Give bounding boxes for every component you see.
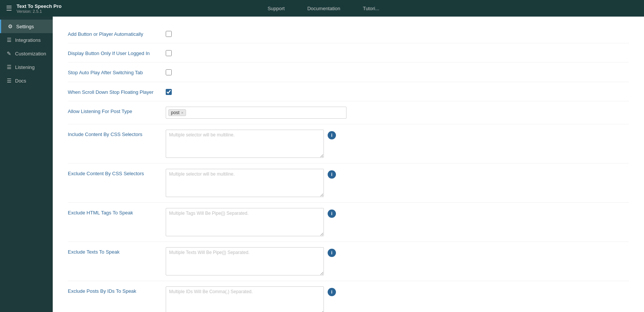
info-exclude-content-css[interactable]: i — [328, 170, 336, 179]
form-row-exclude-texts: Exclude Texts To Speak i — [68, 242, 629, 281]
sidebar-item-listening-label: Listening — [15, 64, 35, 70]
form-row-allow-listening-post-type: Allow Listening For Post Type post × — [68, 101, 629, 124]
textarea-include-content-css[interactable] — [166, 130, 324, 158]
control-display-button-logged-in — [166, 49, 629, 56]
app-version: Version: 2.5.1 — [17, 9, 61, 14]
control-stop-auto-play — [166, 68, 629, 75]
main-content: Add Button or Player Automatically Displ… — [53, 17, 644, 312]
form-row-include-content-css: Include Content By CSS Selectors i — [68, 124, 629, 164]
form-row-exclude-content-css: Exclude Content By CSS Selectors i — [68, 164, 629, 203]
label-scroll-down-stop-floating: When Scroll Down Stop Floating Player — [68, 87, 166, 96]
info-exclude-texts[interactable]: i — [328, 249, 336, 257]
info-exclude-posts-ids[interactable]: i — [328, 288, 336, 296]
app-branding: ☰ Text To Speech Pro Version: 2.5.1 — [6, 3, 61, 14]
label-include-content-css: Include Content By CSS Selectors — [68, 130, 166, 138]
sidebar-item-customization[interactable]: ✎ Customization — [0, 47, 53, 60]
form-row-exclude-html-tags: Exclude HTML Tags To Speak i — [68, 203, 629, 242]
top-nav-links: Support Documentation Tutori... — [61, 6, 585, 11]
control-allow-listening-post-type: post × — [166, 107, 629, 119]
sidebar-item-settings-label: Settings — [16, 24, 34, 29]
label-exclude-posts-ids: Exclude Posts By IDs To Speak — [68, 286, 166, 295]
settings-icon: ⚙ — [7, 23, 13, 29]
docs-icon: ☰ — [6, 78, 12, 84]
app-title: Text To Speech Pro — [17, 3, 61, 9]
sidebar-item-settings[interactable]: ⚙ Settings — [0, 20, 53, 33]
control-include-content-css: i — [166, 130, 629, 158]
sidebar-item-integrations[interactable]: ☰ Integrations — [0, 33, 53, 47]
sidebar-item-docs-label: Docs — [15, 78, 26, 84]
textarea-exclude-content-css[interactable] — [166, 169, 324, 197]
checkbox-stop-auto-play[interactable] — [166, 69, 172, 75]
label-add-button-player: Add Button or Player Automatically — [68, 29, 166, 38]
checkbox-scroll-down-stop-floating[interactable] — [166, 89, 172, 95]
sidebar-item-integrations-label: Integrations — [15, 37, 41, 43]
checkbox-display-button-logged-in[interactable] — [166, 50, 172, 56]
info-exclude-html-tags[interactable]: i — [328, 210, 336, 218]
control-exclude-texts: i — [166, 247, 629, 275]
label-display-button-logged-in: Display Button Only If User Logged In — [68, 49, 166, 57]
textarea-exclude-posts-ids[interactable] — [166, 286, 324, 312]
documentation-link[interactable]: Documentation — [307, 6, 340, 11]
checkbox-add-button-player[interactable] — [166, 31, 172, 37]
label-exclude-html-tags: Exclude HTML Tags To Speak — [68, 208, 166, 216]
sidebar-item-listening[interactable]: ☰ Listening — [0, 60, 53, 74]
label-exclude-content-css: Exclude Content By CSS Selectors — [68, 169, 166, 177]
form-row-exclude-posts-ids: Exclude Posts By IDs To Speak i — [68, 281, 629, 312]
integrations-icon: ☰ — [6, 37, 12, 43]
form-row-add-button-player: Add Button or Player Automatically — [68, 24, 629, 43]
tag-input-post-type[interactable]: post × — [166, 107, 346, 119]
tag-post-remove[interactable]: × — [181, 110, 183, 115]
sidebar-item-docs[interactable]: ☰ Docs — [0, 74, 53, 87]
textarea-exclude-html-tags[interactable] — [166, 208, 324, 236]
sidebar: ⚙ Settings ☰ Integrations ✎ Customizatio… — [0, 17, 53, 312]
sidebar-item-customization-label: Customization — [15, 51, 46, 57]
textarea-exclude-texts[interactable] — [166, 247, 324, 275]
info-include-content-css[interactable]: i — [328, 131, 336, 139]
label-allow-listening-post-type: Allow Listening For Post Type — [68, 107, 166, 115]
label-exclude-texts: Exclude Texts To Speak — [68, 247, 166, 255]
control-scroll-down-stop-floating — [166, 87, 629, 95]
label-stop-auto-play: Stop Auto Play After Switching Tab — [68, 68, 166, 76]
form-row-display-button-logged-in: Display Button Only If User Logged In — [68, 43, 629, 63]
control-exclude-posts-ids: i — [166, 286, 629, 312]
hamburger-icon[interactable]: ☰ — [6, 4, 12, 12]
form-row-scroll-down-stop-floating: When Scroll Down Stop Floating Player — [68, 82, 629, 101]
tag-post: post × — [168, 109, 186, 116]
control-add-button-player — [166, 29, 629, 37]
control-exclude-html-tags: i — [166, 208, 629, 236]
form-row-stop-auto-play: Stop Auto Play After Switching Tab — [68, 63, 629, 82]
support-link[interactable]: Support — [267, 6, 285, 11]
control-exclude-content-css: i — [166, 169, 629, 197]
top-nav: ☰ Text To Speech Pro Version: 2.5.1 Supp… — [0, 0, 644, 17]
tag-post-label: post — [171, 110, 180, 115]
listening-icon: ☰ — [6, 64, 12, 70]
app-body: ⚙ Settings ☰ Integrations ✎ Customizatio… — [0, 17, 644, 312]
tutorial-link[interactable]: Tutori... — [363, 6, 379, 11]
customization-icon: ✎ — [6, 50, 12, 57]
